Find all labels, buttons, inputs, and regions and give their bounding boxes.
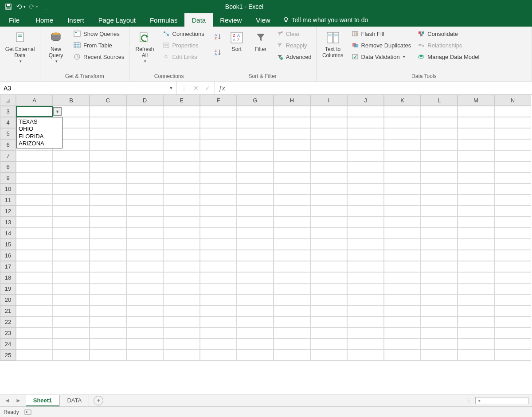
- cell[interactable]: [494, 106, 531, 117]
- cell[interactable]: [90, 294, 126, 305]
- tab-formulas[interactable]: Formulas: [143, 13, 185, 27]
- cell[interactable]: [90, 239, 126, 250]
- from-table-button[interactable]: From Table: [71, 40, 126, 51]
- cell[interactable]: [494, 217, 531, 228]
- dropdown-item[interactable]: TEXAS: [19, 118, 60, 125]
- cell[interactable]: [458, 339, 494, 350]
- cell[interactable]: [384, 117, 421, 128]
- cell[interactable]: [494, 172, 531, 183]
- cell[interactable]: [90, 117, 126, 128]
- cell[interactable]: [310, 106, 347, 117]
- tab-review[interactable]: Review: [213, 13, 249, 27]
- cell[interactable]: [200, 172, 237, 183]
- cancel-formula-button[interactable]: ✕: [193, 85, 199, 92]
- cell[interactable]: [90, 128, 126, 139]
- cell[interactable]: [310, 327, 347, 339]
- cell[interactable]: [421, 283, 458, 294]
- save-button[interactable]: [4, 2, 13, 12]
- cell[interactable]: [384, 261, 421, 272]
- cell[interactable]: [163, 305, 200, 316]
- cell[interactable]: [163, 327, 200, 339]
- column-header[interactable]: C: [90, 95, 126, 106]
- row-header[interactable]: 3: [0, 106, 16, 117]
- row-header[interactable]: 5: [0, 128, 16, 139]
- cell[interactable]: [347, 183, 384, 195]
- recent-sources-button[interactable]: Recent Sources: [71, 51, 126, 62]
- cell[interactable]: [458, 183, 494, 195]
- cell[interactable]: [16, 195, 53, 206]
- cell[interactable]: [347, 261, 384, 272]
- cell[interactable]: [347, 117, 384, 128]
- cell[interactable]: [53, 305, 90, 316]
- tab-home[interactable]: Home: [28, 13, 60, 27]
- cell[interactable]: [200, 150, 237, 161]
- cell[interactable]: [163, 239, 200, 250]
- fx-icon[interactable]: ƒx: [215, 82, 229, 94]
- cell[interactable]: [126, 217, 163, 228]
- row-header[interactable]: 21: [0, 305, 16, 316]
- column-header[interactable]: H: [274, 95, 310, 106]
- cell[interactable]: [90, 283, 126, 294]
- tell-me-search[interactable]: Tell me what you want to do: [283, 16, 368, 23]
- cell[interactable]: [126, 228, 163, 239]
- cell[interactable]: [16, 150, 53, 161]
- consolidate-button[interactable]: Consolidate: [415, 28, 481, 39]
- column-header[interactable]: D: [126, 95, 163, 106]
- cell[interactable]: [421, 206, 458, 217]
- cell[interactable]: [458, 250, 494, 261]
- row-header[interactable]: 19: [0, 283, 16, 294]
- cell[interactable]: [90, 339, 126, 350]
- cell[interactable]: [347, 139, 384, 150]
- cell[interactable]: [274, 294, 310, 305]
- cell[interactable]: [163, 106, 200, 117]
- cell[interactable]: [53, 150, 90, 161]
- cell[interactable]: [347, 217, 384, 228]
- cell[interactable]: [16, 250, 53, 261]
- cell[interactable]: [16, 294, 53, 305]
- cell[interactable]: [237, 217, 274, 228]
- cell[interactable]: [384, 161, 421, 172]
- cell[interactable]: [384, 217, 421, 228]
- cell[interactable]: [274, 217, 310, 228]
- cell[interactable]: [384, 327, 421, 339]
- cell[interactable]: [458, 106, 494, 117]
- text-to-columns-button[interactable]: Text to Columns: [319, 28, 347, 59]
- cell[interactable]: [494, 206, 531, 217]
- cell[interactable]: [347, 228, 384, 239]
- cell[interactable]: [347, 294, 384, 305]
- cell[interactable]: [90, 327, 126, 339]
- cell[interactable]: [16, 183, 53, 195]
- cell[interactable]: [494, 305, 531, 316]
- cell[interactable]: [53, 206, 90, 217]
- cell[interactable]: [200, 327, 237, 339]
- cell[interactable]: [200, 161, 237, 172]
- cell[interactable]: [421, 339, 458, 350]
- cell[interactable]: [310, 172, 347, 183]
- row-header[interactable]: 17: [0, 261, 16, 272]
- get-external-data-button[interactable]: Get External Data▾: [3, 28, 37, 64]
- data-validation-list[interactable]: TEXASOHIOFLORIDAARIZONA: [16, 117, 63, 148]
- cell[interactable]: [126, 172, 163, 183]
- cell[interactable]: [494, 183, 531, 195]
- cell[interactable]: [53, 172, 90, 183]
- cell[interactable]: [384, 239, 421, 250]
- cell[interactable]: [126, 250, 163, 261]
- cell[interactable]: [384, 316, 421, 327]
- cell[interactable]: [200, 128, 237, 139]
- cell[interactable]: [53, 261, 90, 272]
- cell[interactable]: [16, 339, 53, 350]
- cell[interactable]: [494, 327, 531, 339]
- cell[interactable]: [163, 283, 200, 294]
- cell[interactable]: [90, 250, 126, 261]
- select-all-corner[interactable]: [0, 95, 16, 106]
- cell[interactable]: [421, 228, 458, 239]
- show-queries-button[interactable]: Show Queries: [71, 28, 126, 39]
- cell[interactable]: [458, 327, 494, 339]
- cell[interactable]: [53, 272, 90, 283]
- cell[interactable]: [16, 283, 53, 294]
- customize-qat-button[interactable]: ⎯: [41, 2, 51, 12]
- cell[interactable]: [494, 294, 531, 305]
- cell[interactable]: [163, 150, 200, 161]
- cell[interactable]: [458, 139, 494, 150]
- cell[interactable]: [237, 106, 274, 117]
